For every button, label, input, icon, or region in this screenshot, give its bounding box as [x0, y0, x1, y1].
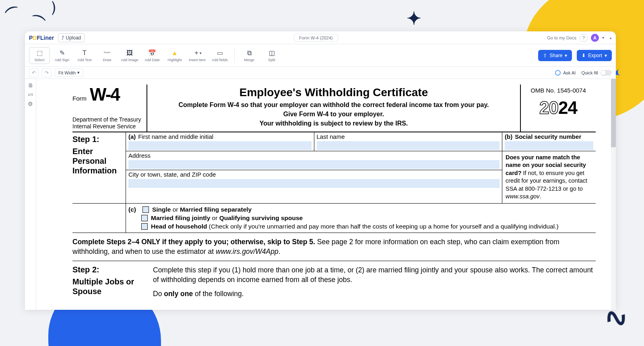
signature-icon: ✎ [60, 49, 65, 57]
image-icon: 🖼 [126, 49, 133, 57]
tool-add-date[interactable]: 📅Add Date [142, 47, 163, 64]
tool-add-fields[interactable]: ▭Add fields [209, 47, 230, 64]
tool-highlight[interactable]: ▲Highlight [164, 47, 185, 64]
logo-part: P [29, 35, 33, 41]
field-label: Address [128, 152, 151, 159]
zoom-select[interactable]: Fit Width▾ [55, 68, 83, 77]
form-title: Employee's Withholding Certificate [154, 86, 514, 99]
form-header: Form W-4 Department of the Treasury Inte… [72, 84, 596, 132]
chevron-down-icon: ▾ [77, 70, 80, 75]
city-input[interactable] [128, 179, 500, 188]
omb-number: OMB No. 1545-0074 [523, 87, 593, 94]
checkbox-married[interactable] [141, 215, 148, 221]
first-name-input[interactable] [128, 141, 312, 150]
form-code: W-4 [90, 84, 120, 105]
step-1-label: Step 1: Enter Personal Information [72, 132, 126, 203]
avatar[interactable]: A [591, 34, 599, 42]
ai-icon [555, 70, 561, 76]
last-name-input[interactable] [317, 141, 500, 150]
text-icon: T [83, 49, 87, 57]
scrollbar-thumb[interactable] [611, 79, 616, 147]
note-url: www.irs.gov/W4App [216, 247, 279, 255]
field-label: City or town, state, and ZIP code [128, 171, 216, 178]
document-page: Form W-4 Department of the Treasury Inte… [36, 79, 616, 310]
field-label: First name and middle initial [138, 133, 213, 140]
quick-fill-toggle[interactable] [601, 70, 612, 76]
settings-gear-icon[interactable]: ⚙ [28, 101, 33, 107]
field-label: Last name [317, 133, 345, 140]
go-to-docs-link[interactable]: Go to my Docs [547, 35, 576, 40]
document-viewport[interactable]: Form W-4 Department of the Treasury Inte… [36, 79, 616, 310]
step-2-label: Step 2: Multiple Jobs or Spouse [72, 265, 153, 299]
step-title: Step 2: [72, 265, 153, 274]
t: Do [153, 290, 164, 298]
checkbox-hoh[interactable] [141, 223, 148, 230]
tool-merge[interactable]: ⧉Merge [239, 47, 260, 64]
fields-icon: ▭ [217, 49, 223, 57]
step-subtitle: Enter Personal Information [72, 146, 123, 175]
upload-label: Upload [66, 35, 81, 41]
ssn-input[interactable] [505, 141, 593, 150]
tool-label: Add Date [144, 58, 160, 62]
address-input[interactable] [128, 160, 500, 169]
export-label: Export [588, 53, 602, 58]
toolbar: ⬚Select ✎Add Sign TAdd Text 〰Draw 🖼Add I… [25, 44, 616, 67]
collapse-icon[interactable]: ▴ [610, 36, 612, 40]
chevron-down-icon: ▾ [565, 53, 567, 58]
step-1-right: (b)Social security number Does your name… [502, 132, 596, 203]
ask-ai-button[interactable]: Ask AI [555, 70, 576, 76]
namecheck-url: www.ssa.gov [506, 193, 540, 200]
tool-add-image[interactable]: 🖼Add Image [119, 47, 140, 64]
tool-insert-item[interactable]: ＋▾Insert item [187, 47, 208, 64]
marker-c: (c) [128, 206, 136, 213]
dept-line: Department of the Treasury [72, 116, 147, 124]
tool-label: Split [268, 58, 275, 62]
form-label: Form [72, 95, 87, 102]
document-title[interactable]: Form W-4 (2024) [294, 34, 338, 42]
app-window: PDFLiner ⤴ Upload Form W-4 (2024) Go to … [25, 31, 616, 310]
filing-option-hoh: Head of household (Check only if you're … [128, 223, 592, 230]
export-button[interactable]: ⬇Export▾ [577, 50, 612, 61]
step-2-paragraph: Do only one of the following. [153, 289, 596, 299]
tool-label: Add fields [212, 58, 228, 62]
undo-button[interactable]: ↶ [29, 68, 39, 77]
quick-fill-label: Quick fill [581, 70, 598, 75]
form-subtitle: Your withholding is subject to review by… [154, 119, 514, 128]
separator [234, 48, 235, 63]
tool-label: Add Text [78, 58, 92, 62]
page-thumbnail-icon[interactable]: 🗎 [28, 82, 33, 89]
filing-status-options: (c) Single or Married filing separately … [126, 204, 596, 233]
field-label: Social security number [515, 133, 581, 140]
help-button[interactable]: ? [580, 34, 588, 42]
decorative-accent: ⌒ [42, 0, 58, 16]
tool-add-sign[interactable]: ✎Add Sign [52, 47, 72, 64]
decorative-accent: ⌒ [1, 1, 23, 23]
form-header-middle: Employee's Withholding Certificate Compl… [147, 84, 520, 132]
logo-part: FLiner [37, 35, 54, 41]
fs-text: Married filing separately [180, 206, 252, 213]
share-button[interactable]: ⇪Share▾ [538, 50, 572, 61]
avatar-chevron-down-icon[interactable]: ▾ [602, 35, 604, 40]
logo[interactable]: PDFLiner [29, 35, 54, 41]
tool-split[interactable]: ◫Split [261, 47, 282, 64]
year-prefix: 20 [539, 98, 558, 117]
upload-button[interactable]: ⤴ Upload [58, 33, 85, 42]
tool-draw[interactable]: 〰Draw [97, 47, 118, 64]
tool-label: Select [34, 58, 44, 62]
checkbox-single[interactable] [142, 206, 149, 213]
tool-add-text[interactable]: TAdd Text [74, 47, 95, 64]
redo-button[interactable]: ↷ [42, 68, 52, 77]
step-2-paragraph: Complete this step if you (1) hold more … [153, 265, 596, 285]
fs-text: (Check only if you're unmarried and pay … [207, 223, 559, 230]
tool-select[interactable]: ⬚Select [29, 47, 50, 64]
filing-status-row: (c) Single or Married filing separately … [72, 204, 596, 233]
fs-text: Qualifying surviving spouse [219, 214, 303, 221]
zoom-label: Fit Width [58, 70, 76, 75]
marker-a: (a) [128, 133, 136, 140]
logo-part: D [33, 35, 37, 41]
tool-label: Draw [103, 58, 111, 62]
filing-option-single: (c) Single or Married filing separately [128, 206, 592, 213]
chevron-down-icon: ▾ [605, 53, 607, 58]
upload-icon: ⤴ [62, 35, 64, 41]
main-area: 🗎 1/4 ⚙ Form W-4 Department of the Treas… [25, 79, 616, 310]
